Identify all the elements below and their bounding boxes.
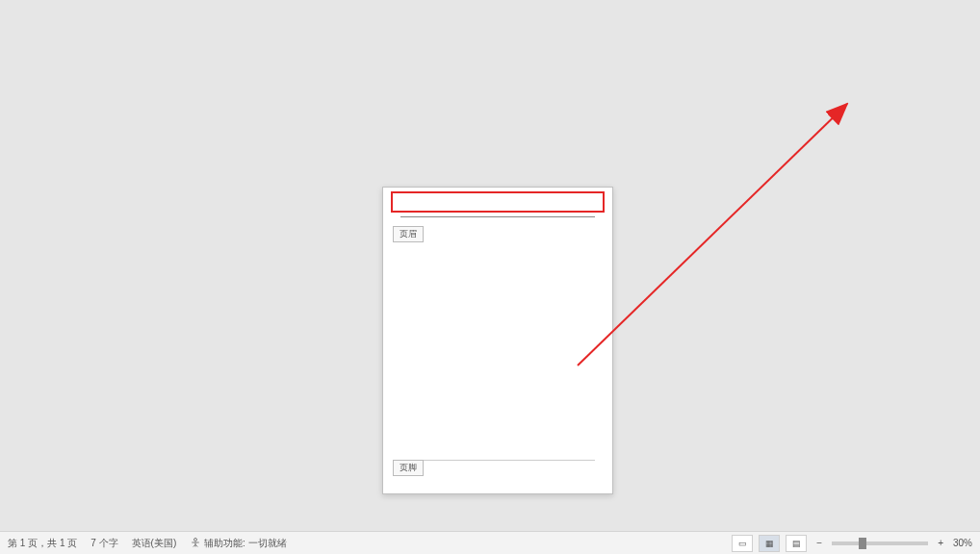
status-language[interactable]: 英语(美国)	[132, 537, 177, 550]
status-words[interactable]: 7 个字	[90, 537, 117, 550]
document-canvas[interactable]: 页眉 页脚	[0, 0, 980, 531]
header-edit-zone[interactable]	[391, 191, 605, 213]
zoom-slider[interactable]	[832, 541, 928, 545]
footer-tag: 页脚	[393, 460, 424, 476]
view-print-layout[interactable]: ▦	[759, 535, 780, 552]
header-separator	[400, 216, 595, 217]
status-accessibility[interactable]: 辅助功能: 一切就绪	[190, 537, 286, 550]
document-page[interactable]: 页眉 页脚	[382, 187, 613, 494]
view-read-mode[interactable]: ▭	[732, 535, 753, 552]
svg-point-14	[194, 538, 197, 541]
view-web-layout[interactable]: ▤	[786, 535, 807, 552]
zoom-level[interactable]: 30%	[953, 538, 972, 548]
zoom-in-button[interactable]: +	[934, 538, 947, 548]
footer-separator	[400, 460, 595, 461]
zoom-out-button[interactable]: −	[812, 538, 826, 548]
status-page[interactable]: 第 1 页，共 1 页	[8, 537, 77, 550]
header-tag: 页眉	[393, 226, 424, 242]
